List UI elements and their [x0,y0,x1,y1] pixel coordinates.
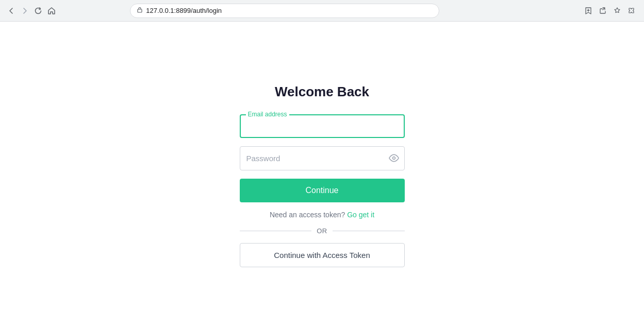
svg-rect-0 [138,9,142,12]
email-form-group: Email address [240,114,405,138]
share-icon[interactable] [597,5,609,17]
address-bar[interactable]: 127.0.0.1:8899/auth/login [130,4,439,18]
browser-actions [582,5,638,17]
back-button[interactable] [6,6,16,16]
email-input[interactable] [247,124,398,132]
password-input-wrapper [240,146,405,170]
svg-point-1 [392,157,395,160]
email-label: Email address [246,111,289,118]
extension-icon[interactable] [625,5,638,17]
url-text: 127.0.0.1:8899/auth/login [146,7,433,14]
go-get-it-link[interactable]: Go get it [347,211,374,219]
refresh-button[interactable] [33,6,43,16]
divider-text: OR [317,227,327,235]
star-icon[interactable] [611,5,623,17]
access-token-hint-text: Need an access token? [270,211,345,219]
login-container: Welcome Back Email address Continue [240,84,405,267]
browser-toolbar: 127.0.0.1:8899/auth/login [0,0,644,22]
eye-icon [389,153,399,163]
page-title: Welcome Back [275,84,369,100]
lock-icon [137,7,143,14]
continue-with-access-token-button[interactable]: Continue with Access Token [240,243,405,267]
home-button[interactable] [46,6,57,16]
or-divider: OR [240,227,405,235]
access-token-hint: Need an access token? Go get it [270,211,374,219]
continue-button[interactable]: Continue [240,179,405,202]
forward-button[interactable] [20,6,30,16]
divider-line-right [333,231,405,231]
browser-nav [6,6,57,16]
password-form-group [240,146,405,170]
divider-line-left [240,231,312,231]
page-content: Welcome Back Email address Continue [0,22,644,329]
password-toggle-button[interactable] [389,153,399,163]
password-input[interactable] [240,147,404,170]
email-input-wrapper: Email address [240,114,405,138]
save-to-bookmark-icon[interactable] [582,5,595,17]
